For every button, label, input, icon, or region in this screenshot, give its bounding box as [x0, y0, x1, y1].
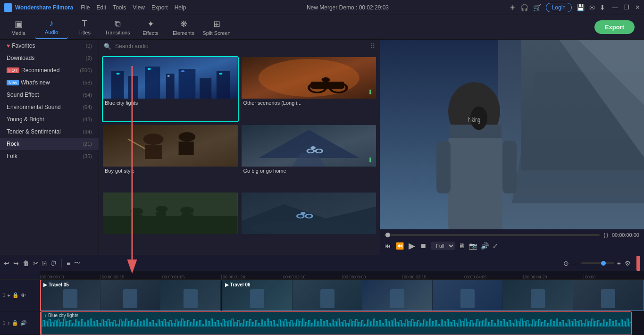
play-icon-2: ▶	[225, 282, 229, 287]
sidebar-item-tender-sentimental[interactable]: Tender & Sentimental (34)	[0, 126, 99, 138]
copy-button[interactable]: ⎘	[42, 260, 46, 267]
toolbar-effects[interactable]: ✦ Effects	[134, 16, 167, 39]
brightness-icon[interactable]: ☀	[510, 4, 516, 11]
delete-button[interactable]: 🗑	[23, 260, 29, 267]
cyclist-thumb-9	[601, 289, 615, 308]
minimize-button[interactable]: —	[612, 4, 618, 11]
music-note-icon: ♪	[44, 313, 47, 318]
cut-button[interactable]: ✂	[33, 260, 39, 267]
playhead[interactable]	[40, 280, 41, 310]
menu-help[interactable]: Help	[175, 4, 186, 11]
grid-icon[interactable]: ⠿	[370, 42, 375, 50]
svg-rect-4	[166, 74, 175, 99]
svg-text:hiking: hiking	[468, 116, 480, 124]
tender-count: (34)	[83, 129, 92, 134]
sidebar-item-favorites[interactable]: ♥ Favorites (0)	[0, 40, 99, 52]
svg-rect-1	[111, 71, 124, 99]
video-clip-travel05[interactable]: ▶ Travel 05	[40, 280, 221, 310]
cart-icon[interactable]: 🛒	[533, 4, 541, 11]
zoom-handle[interactable]	[601, 261, 606, 266]
toolbar-titles[interactable]: T Titles	[68, 16, 101, 39]
track-eye-button[interactable]: 👁	[21, 293, 26, 298]
frame-back-button[interactable]: ⏪	[396, 242, 404, 250]
toolbar-media[interactable]: ▣ Media	[2, 16, 35, 39]
menu-file[interactable]: File	[81, 4, 90, 11]
audio-clip-blue-city[interactable]: ♪ Blue city lights	[40, 311, 632, 335]
audio-card-6[interactable]	[241, 192, 377, 252]
split-screen-icon: ⊞	[213, 19, 220, 29]
toolbar-transitions[interactable]: ⧉ Transitions	[101, 16, 134, 39]
svg-rect-38	[181, 214, 193, 226]
monitor-icon[interactable]: 🖥	[459, 242, 465, 250]
scrubber-track[interactable]	[385, 234, 600, 236]
sidebar-item-whats-new[interactable]: New What's new (58)	[0, 76, 99, 89]
audio-card-boy-got-style[interactable]: Boy got style	[102, 124, 239, 190]
app-name: Wondershare Filmora	[15, 4, 73, 11]
audio-card-blue-city-lights[interactable]: Blue city lights	[102, 56, 239, 122]
zoom-fit-button[interactable]: ⊙	[563, 260, 569, 267]
sidebar-item-environmental-sound[interactable]: Environmental Sound (64)	[0, 101, 99, 113]
export-button[interactable]: Export	[594, 20, 635, 34]
undo-button[interactable]: ↩	[4, 260, 9, 267]
cyclist-thumb-5	[320, 289, 335, 308]
media-icon: ▣	[15, 19, 23, 29]
play-button[interactable]: ▶	[409, 241, 415, 251]
download-icon[interactable]: ⬇	[600, 4, 605, 11]
zoom-slider[interactable]	[581, 262, 614, 264]
fullscreen-icon[interactable]: ⤢	[493, 242, 498, 250]
svg-rect-56	[436, 141, 451, 193]
sidebar-item-rock[interactable]: Rock (21)	[0, 138, 99, 150]
history-button[interactable]: ⏱	[50, 260, 57, 267]
audio-vol-button[interactable]: 🔊	[20, 320, 27, 326]
waveform-button[interactable]: 〜	[74, 259, 81, 268]
maximize-button[interactable]: ❐	[624, 4, 629, 11]
ruler-2: 00:00:01:05	[161, 275, 221, 279]
toolbar-split-screen[interactable]: ⊞ Split Screen	[200, 16, 233, 39]
audio-card-go-big[interactable]: ⬇ Go big or go home	[241, 124, 377, 190]
project-title: New Merger Demo : 00:02:29:03	[186, 4, 509, 11]
rock-label: Rock	[7, 141, 83, 147]
sidebar-item-downloads[interactable]: Downloads (2)	[0, 52, 99, 64]
menu-export[interactable]: Export	[151, 4, 168, 11]
audio-card-other-scenerios[interactable]: ⬇ Other scenerios (Long i...	[241, 56, 377, 122]
settings-button[interactable]: ⚙	[625, 260, 631, 267]
audio-adjust-button[interactable]: ≡	[67, 260, 70, 267]
audio-card-5[interactable]	[102, 192, 239, 252]
audio-lock-button[interactable]: 🔒	[12, 320, 18, 326]
zoom-out-button[interactable]: —	[572, 260, 578, 267]
frame-3	[160, 280, 220, 310]
menu-view[interactable]: View	[133, 4, 145, 11]
message-icon[interactable]: ✉	[589, 4, 595, 11]
sidebar-item-folk[interactable]: Folk (35)	[0, 150, 99, 162]
login-button[interactable]: Login	[546, 3, 572, 12]
sidebar-item-sound-effect[interactable]: Sound Effect (54)	[0, 89, 99, 101]
close-button[interactable]: ✕	[635, 4, 640, 11]
search-input[interactable]	[115, 43, 367, 50]
sidebar-item-young-bright[interactable]: Young & Bright (43)	[0, 113, 99, 126]
toolbar-elements[interactable]: ❋ Elements	[167, 16, 200, 39]
volume-icon[interactable]: 🔊	[481, 242, 489, 250]
menu-edit[interactable]: Edit	[96, 4, 106, 11]
toolbar-transitions-label: Transitions	[105, 30, 130, 35]
track-add-button[interactable]: +	[8, 293, 10, 298]
toolbar-audio[interactable]: ♪ Audio	[35, 16, 68, 39]
audio-card-label-4: Go big or go home	[242, 167, 376, 175]
audio-content: 🔍 ⠿	[99, 40, 380, 255]
stop-button[interactable]: ⏹	[420, 242, 427, 250]
menu-tools[interactable]: Tools	[113, 4, 126, 11]
quality-select[interactable]: Full 1/2 1/4	[431, 242, 455, 250]
headphone-icon[interactable]: 🎧	[520, 4, 528, 11]
video-clip-travel06[interactable]: ▶ Travel 06	[222, 280, 644, 310]
zoom-in-button[interactable]: +	[617, 260, 621, 267]
screenshot-icon[interactable]: 📷	[469, 242, 477, 250]
video-track-header: 1 + 🔒 👁	[0, 280, 40, 311]
cyclist-thumb-8	[531, 289, 545, 308]
scrubber-knob[interactable]	[385, 233, 390, 237]
transitions-icon: ⧉	[115, 19, 121, 29]
save-icon[interactable]: 💾	[577, 4, 585, 11]
redo-button[interactable]: ↪	[13, 260, 19, 267]
timeline-ruler[interactable]: 00:00:00:00 00:00:00:15 00:00:01:05 00:0…	[40, 271, 644, 280]
sidebar-item-recommended[interactable]: HOT Recommended (500)	[0, 64, 99, 76]
step-back-button[interactable]: ⏮	[385, 242, 391, 250]
track-lock-button[interactable]: 🔒	[12, 292, 19, 298]
